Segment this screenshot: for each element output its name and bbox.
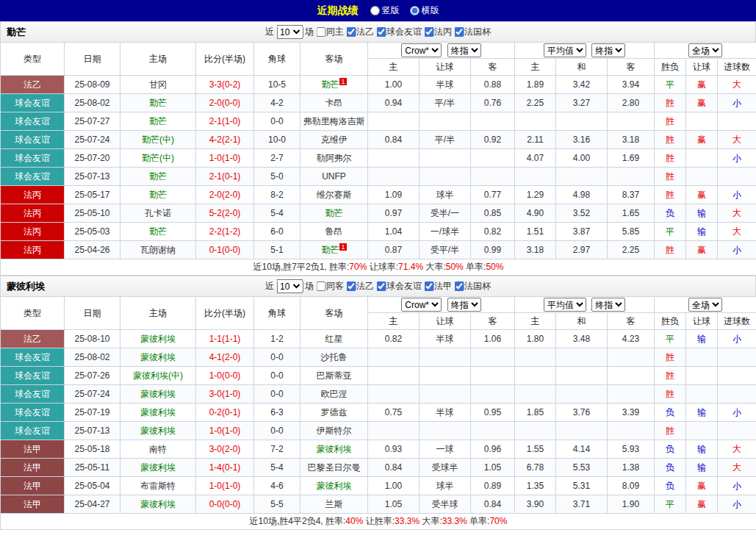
handicap-line [420, 385, 471, 404]
away-team: 欧巴涅 [300, 385, 368, 404]
bookmaker-select[interactable]: Crow* [401, 298, 442, 312]
league-badge: 法甲 [1, 440, 65, 459]
avg-away-odds: 8.09 [608, 477, 655, 495]
away-team: 勒阿弗尔 [300, 149, 368, 168]
handicap-home-odds: 0.97 [368, 204, 420, 223]
goals-result: 小 [718, 495, 756, 514]
near-label: 近 [265, 280, 274, 293]
average-stage-select[interactable]: 终指 [591, 43, 625, 57]
league-checkbox[interactable] [424, 27, 433, 37]
league-checkbox[interactable] [376, 281, 386, 291]
avg-draw-odds [556, 367, 608, 385]
average-stage-select[interactable]: 终指 [591, 298, 625, 312]
league-filter-2[interactable]: 法甲 [424, 280, 452, 293]
match-result: 平 [655, 76, 686, 94]
handicap-dropdowns: Crow* 终指 [368, 43, 515, 59]
avg-draw-odds [556, 168, 608, 186]
home-team: 勤芒(中) [120, 131, 196, 149]
away-team: UNFP [300, 168, 368, 186]
recent-count-select[interactable]: 10 [276, 25, 303, 39]
handicap-result [686, 168, 718, 186]
recent-count-select[interactable]: 10 [276, 279, 303, 293]
match-row: 球会友谊25-07-13勤芒2-1(0-1)5-0UNFP胜 [1, 168, 756, 186]
summary-segment: 71.4% [398, 262, 423, 272]
layout-option-horizontal[interactable]: 横版 [410, 4, 439, 17]
avg-draw-odds [556, 422, 608, 440]
avg-home-odds: 3.18 [515, 241, 556, 259]
layout-radio-vertical[interactable] [370, 6, 380, 15]
col-avg-draw: 和 [556, 313, 608, 330]
league-badge: 球会友谊 [1, 149, 65, 168]
home-team: 布雷斯特 [120, 477, 196, 495]
handicap-away-odds: 0.88 [471, 76, 515, 94]
league-checkbox[interactable] [376, 27, 386, 37]
avg-away-odds: 3.39 [608, 404, 655, 422]
match-result: 平 [655, 223, 686, 241]
league-checkbox[interactable] [346, 281, 356, 291]
handicap-line: 平/半 [420, 131, 471, 149]
scope-select[interactable]: 全场 [688, 298, 722, 312]
league-filter-0[interactable]: 法乙 [346, 280, 374, 293]
col-goals: 进球数 [718, 313, 756, 330]
bookmaker-select[interactable]: Crow* [401, 43, 442, 57]
league-filter-3[interactable]: 法国杯 [454, 26, 491, 38]
avg-away-odds: 2.25 [608, 241, 655, 259]
goals-result [718, 367, 756, 385]
avg-away-odds [608, 112, 655, 131]
match-row: 法甲25-04-27蒙彼利埃0-0(0-0)5-5兰斯1.05受半球0.843.… [1, 495, 756, 514]
league-filter-2[interactable]: 法丙 [424, 26, 452, 38]
unit-label: 场 [305, 26, 314, 38]
match-row: 球会友谊25-07-27勤芒2-1(1-0)0-0弗勒里梅洛吉斯胜 [1, 112, 756, 131]
goals-result: 大 [718, 204, 756, 223]
score: 0-0(0-0) [196, 495, 254, 514]
handicap-away-odds: 0.95 [471, 404, 515, 422]
league-filter-1[interactable]: 球会友谊 [376, 280, 422, 293]
matches-table: 类型 日期 主场 比分(半场) 角球 客场 Crow* 终指 平均值 终指 全场 [0, 296, 756, 530]
average-select[interactable]: 平均值 [544, 43, 586, 57]
avg-draw-odds: 2.97 [556, 241, 608, 259]
goals-result: 小 [718, 477, 756, 495]
handicap-result: 输 [686, 204, 718, 223]
handicap-result [686, 348, 718, 367]
goals-result [718, 348, 756, 367]
handicap-home-odds [368, 385, 420, 404]
average-select[interactable]: 平均值 [544, 298, 586, 312]
handicap-away-odds: 0.84 [471, 495, 515, 514]
same-venue-option[interactable]: 同客 [316, 280, 344, 293]
layout-option-vertical[interactable]: 竖版 [370, 4, 400, 17]
match-date: 25-07-24 [65, 131, 120, 149]
avg-away-odds: 4.23 [608, 330, 655, 348]
home-team: 蒙彼利埃 [120, 404, 196, 422]
league-checkbox[interactable] [424, 281, 433, 291]
league-filter-0[interactable]: 法乙 [346, 26, 374, 38]
same-venue-checkbox[interactable] [316, 27, 325, 37]
avg-draw-odds: 5.53 [556, 459, 608, 477]
league-checkbox[interactable] [454, 27, 464, 37]
handicap-home-odds: 0.94 [368, 94, 420, 112]
away-team: 勤芒 [300, 204, 368, 223]
league-filter-3[interactable]: 法国杯 [454, 280, 491, 293]
home-team: 勤芒 [120, 112, 196, 131]
league-checkbox[interactable] [346, 27, 356, 37]
col-handicap-away: 客 [471, 313, 515, 330]
odds-stage-select[interactable]: 终指 [447, 298, 481, 312]
away-team: 弗勒里梅洛吉斯 [300, 112, 368, 131]
layout-radio-horizontal[interactable] [410, 6, 420, 15]
col-handicap-line: 让球 [420, 59, 471, 76]
team-section-2: 蒙彼利埃 近 10 场 同客 法乙 球会友谊 法甲 法国杯 [0, 276, 756, 530]
filter-bar: 近 10 场 同主 法乙 球会友谊 法丙 法国杯 [265, 25, 491, 39]
handicap-home-odds [368, 367, 420, 385]
handicap-line: 半球 [420, 76, 471, 94]
avg-home-odds: 1.35 [515, 477, 556, 495]
goals-result: 小 [718, 404, 756, 422]
odds-stage-select[interactable]: 终指 [447, 43, 481, 57]
same-venue-option[interactable]: 同主 [316, 26, 344, 38]
league-checkbox[interactable] [454, 281, 464, 291]
match-row: 法丙25-05-10孔卡诺5-2(2-0)5-4勤芒0.97受半/一0.854.… [1, 204, 756, 223]
match-date: 25-08-09 [65, 76, 120, 94]
same-venue-checkbox[interactable] [316, 281, 325, 291]
scope-select[interactable]: 全场 [688, 43, 722, 57]
handicap-home-odds: 0.84 [368, 459, 420, 477]
corner-count: 5-1 [254, 241, 300, 259]
league-filter-1[interactable]: 球会友谊 [376, 26, 422, 38]
